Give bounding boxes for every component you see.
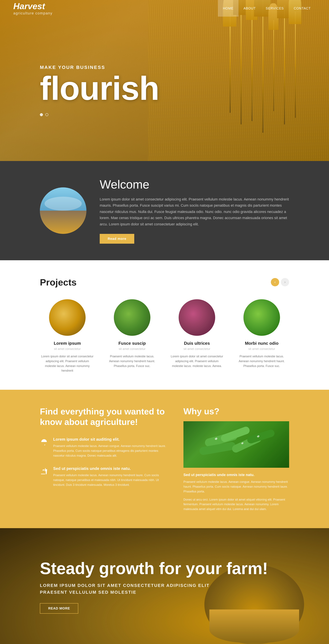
projects-header: Projects ‹ › (40, 277, 289, 288)
project-card-3: Duis ultrices sit amet consectetur Lorem… (169, 299, 224, 373)
projects-grid: Lorem ipsum sit amet consectetur Lorem i… (40, 299, 289, 373)
why-us-subtitle: Sed ut perspiciatis unde omnis iste natu… (183, 473, 289, 477)
why-us-title: Why us? (183, 406, 289, 416)
wheat-decoration (230, 0, 296, 161)
project-card-1: Lorem ipsum sit amet consectetur Lorem i… (40, 299, 95, 373)
hero-tagline: MAKE YOUR BUSINESS (40, 65, 159, 70)
project-desc-3: Lorem ipsum dolor sit amet consectetur a… (169, 354, 224, 368)
growth-read-more-button[interactable]: READ MORE (40, 603, 78, 614)
logo-title: Harvest (13, 1, 53, 11)
dot-1[interactable] (40, 113, 43, 116)
fork-knife-svg (41, 468, 47, 474)
agriculture-item-2-desc: Praesent vellulum molestie lacus. Aenean… (53, 473, 167, 487)
growth-sub2: PRAESENT VELLULUM SED MOLESTIE (40, 590, 289, 595)
welcome-title: Welcome (100, 178, 289, 191)
project-sub-3: sit amet consectetur (169, 347, 224, 351)
fork-knife-icon (40, 467, 48, 475)
umbrella-icon (40, 438, 48, 446)
project-image-2 (114, 299, 150, 336)
projects-title: Projects (40, 277, 77, 288)
welcome-image (40, 188, 86, 234)
welcome-section: Welcome Lorem ipsum dolor sit amet conse… (0, 161, 329, 260)
hero-pagination (40, 113, 159, 116)
hero-section: MAKE YOUR BUSINESS flourish (0, 0, 329, 161)
agriculture-item-1-content: Lorem ipsum dolor sit auditing elit. Pra… (53, 437, 167, 458)
project-desc-2: Praesent vellulum molestie lacus. Aenean… (105, 354, 160, 368)
agriculture-left: Find everything you wanted to know about… (40, 406, 167, 512)
navbar: Harvest agriculture company HOME ABOUT S… (0, 0, 329, 16)
welcome-image-inner (40, 188, 86, 234)
growth-section: Steady growth for your farm! LOREM IPSUM… (0, 528, 329, 644)
why-us-desc1: Praesent vellulum molestie lacus. Aenean… (183, 480, 289, 494)
nav-about[interactable]: ABOUT (238, 0, 261, 16)
nav-services[interactable]: SERVICES (261, 0, 289, 16)
logo-area: Harvest agriculture company (13, 1, 53, 16)
welcome-text: Welcome Lorem ipsum dolor sit amet conse… (100, 178, 289, 244)
growth-sub1: LOREM IPSUM DOLOR SIT AMET CONSECTETUER … (40, 583, 289, 588)
agriculture-section: Find everything you wanted to know about… (0, 390, 329, 528)
project-name-2: Fusce suscip (105, 341, 160, 346)
carousel-controls: ‹ › (271, 278, 289, 286)
project-image-1 (49, 299, 86, 336)
project-image-4 (243, 299, 280, 336)
umbrella-svg (41, 439, 47, 445)
agriculture-item-1: Lorem ipsum dolor sit auditing elit. Pra… (40, 437, 167, 458)
nav-links: HOME ABOUT SERVICES CONTACT (218, 0, 316, 16)
project-name-1: Lorem ipsum (40, 341, 95, 346)
agriculture-item-2: Sed ut perspiciatis unde omnis iste natu… (40, 466, 167, 487)
dot-2[interactable] (45, 113, 48, 116)
projects-section: Projects ‹ › Lorem ipsum sit amet consec… (0, 260, 329, 390)
carousel-prev[interactable]: ‹ (271, 278, 279, 286)
growth-title: Steady growth for your farm! (40, 559, 289, 578)
agriculture-item-2-content: Sed ut perspiciatis unde omnis iste natu… (53, 466, 167, 487)
agriculture-item-2-heading: Sed ut perspiciatis unde omnis iste natu… (53, 466, 167, 471)
agriculture-item-1-heading: Lorem ipsum dolor sit auditing elit. (53, 437, 167, 442)
welcome-read-more-button[interactable]: Read more (100, 234, 134, 244)
project-card-2: Fusce suscip sit amet consectetur Praese… (105, 299, 160, 373)
project-name-4: Morbi nunc odio (234, 341, 289, 346)
why-us-desc2: Donec ut arcu orci. Lorem ipsum dolor si… (183, 497, 289, 512)
project-image-3 (179, 299, 215, 336)
project-card-4: Morbi nunc odio sit amet consectetur Pra… (234, 299, 289, 373)
nav-contact[interactable]: CONTACT (289, 0, 316, 16)
project-name-3: Duis ultrices (169, 341, 224, 346)
project-sub-1: sit amet consectetur (40, 347, 95, 351)
project-sub-2: sit amet consectetur (105, 347, 160, 351)
hero-content: MAKE YOUR BUSINESS flourish (0, 45, 159, 116)
agriculture-title: Find everything you wanted to know about… (40, 406, 167, 427)
project-desc-1: Lorem ipsum dolor sit amet consectetur a… (40, 354, 95, 373)
agriculture-item-1-desc: Praesent vellulum molestie lacus. Aenean… (53, 444, 167, 458)
agriculture-right: Why us? Sed ut perspiciatis unde omnis i… (183, 406, 289, 512)
why-us-image (183, 421, 289, 468)
carousel-next[interactable]: › (281, 278, 289, 286)
project-sub-4: sit amet consectetur (234, 347, 289, 351)
welcome-body: Lorem ipsum dolor sit amet consectetur a… (100, 196, 289, 227)
growth-content: Steady growth for your farm! LOREM IPSUM… (40, 559, 289, 614)
hero-title: flourish (40, 73, 159, 103)
nav-home[interactable]: HOME (218, 0, 238, 16)
project-desc-4: Praesent vellulum molestie lacus. Aenean… (234, 354, 289, 368)
logo-subtitle: agriculture company (13, 11, 53, 16)
